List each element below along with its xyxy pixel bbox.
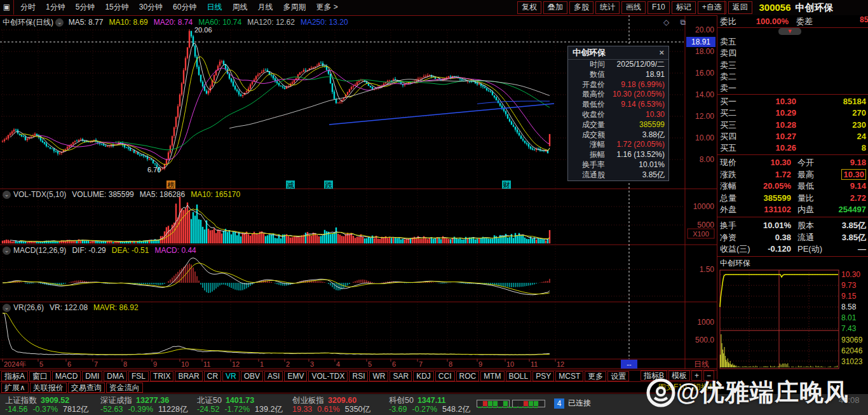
period-5分钟[interactable]: 5分钟 [71, 2, 100, 13]
period-15分钟[interactable]: 15分钟 [100, 2, 133, 13]
divider [717, 27, 868, 28]
svg-text:6.70: 6.70 [147, 166, 161, 173]
weibi-label: 委比 [720, 15, 748, 27]
period-月线[interactable]: 月线 [252, 2, 278, 13]
close-icon[interactable]: × [659, 46, 664, 59]
svg-text:5000: 5000 [697, 221, 714, 229]
tool-画线[interactable]: 画线 [621, 1, 646, 14]
tool-统计[interactable]: 统计 [595, 1, 620, 14]
tool-多股[interactable]: 多股 [569, 1, 593, 14]
svg-text:榜: 榜 [168, 181, 175, 189]
period-30分钟[interactable]: 30分钟 [134, 2, 168, 13]
indicator-tab-CR[interactable]: CR [204, 371, 221, 381]
ask-row[interactable]: 卖四 [717, 48, 868, 59]
svg-text:16.00: 16.00 [695, 69, 714, 78]
svg-text:12: 12 [557, 360, 564, 368]
indicator-tab-BOLL[interactable]: BOLL [506, 371, 532, 381]
bid-row[interactable]: 买二10.29270 [717, 107, 868, 119]
ask-row[interactable]: 卖一 [717, 83, 868, 94]
indicator-tab-指标A[interactable]: 指标A [1, 371, 28, 381]
stock-name: 中创环保 [796, 2, 834, 13]
indicator-tab-VR[interactable]: VR [222, 371, 240, 381]
indicator-tab-TRIX[interactable]: TRIX [150, 371, 173, 381]
bid-row[interactable]: 买一10.3085184 [717, 96, 868, 107]
indicator-tab-CCI[interactable]: CCI [435, 371, 455, 381]
period-更多 >[interactable]: 更多 > [311, 2, 342, 13]
tab-资金流向[interactable]: 资金流向 [106, 383, 143, 393]
bid-row[interactable]: 买五10.268 [717, 142, 868, 154]
indicator-tab-SAR[interactable]: SAR [390, 371, 412, 381]
mini-intraday-chart[interactable]: 10.309.739.158.588.017.43930696204631023 [717, 257, 868, 370]
svg-text:20.06: 20.06 [194, 26, 212, 34]
divider [717, 154, 868, 155]
svg-text:2024年: 2024年 [4, 360, 26, 368]
indicator-tab-OBV[interactable]: OBV [241, 371, 263, 381]
ask-row[interactable]: 卖三 [717, 60, 868, 71]
window-icon[interactable]: ▣ [0, 0, 14, 15]
indicator-tab-BRAR[interactable]: BRAR [175, 371, 202, 381]
svg-text:6: 6 [392, 360, 396, 368]
svg-text:1: 1 [260, 360, 264, 368]
index-创业板指[interactable]: 创业板指3209.6019.330.61%5350亿 [292, 396, 388, 414]
svg-text:8.01: 8.01 [841, 313, 857, 322]
svg-text:跌: 跌 [325, 181, 333, 189]
index-深证成指[interactable]: 深证成指13277.36-52.63-0.39%11228亿 [100, 396, 196, 414]
tool-F10[interactable]: F10 [648, 1, 670, 14]
tool-+自选[interactable]: +自选 [698, 1, 726, 14]
market-dashes [478, 407, 539, 408]
indicator-tab-MCST[interactable]: MCST [555, 371, 583, 381]
indicator-tab-EMV[interactable]: EMV [284, 371, 307, 381]
indicator-tab-DMA[interactable]: DMA [104, 371, 127, 381]
indicator-tab-VOL-TDX[interactable]: VOL-TDX [308, 371, 348, 381]
indicator-tab-DMI[interactable]: DMI [82, 371, 102, 381]
indicator-tab-ROC[interactable]: ROC [456, 371, 480, 381]
svg-text:10000: 10000 [693, 202, 715, 211]
period-日线[interactable]: 日线 [201, 2, 227, 13]
period-多周期[interactable]: 多周期 [278, 2, 311, 13]
tool-叠加[interactable]: 叠加 [543, 1, 567, 14]
indicator-tab-MTM[interactable]: MTM [480, 371, 504, 381]
indicator-tab-设置[interactable]: 设置 [607, 371, 629, 381]
tab-扩展∧[interactable]: 扩展∧ [1, 383, 29, 393]
weicha-label: 委差 [796, 15, 813, 27]
index-科创50[interactable]: 科创501347.11-3.69-0.27%548.2亿 [389, 396, 484, 414]
indicator-tab-PSY[interactable]: PSY [532, 371, 554, 381]
svg-text:8: 8 [449, 360, 452, 368]
sell-queue-chevron-icon[interactable]: ▼ [778, 28, 801, 35]
period-60分钟[interactable]: 60分钟 [168, 2, 201, 13]
bid-row[interactable]: 买三10.28230 [717, 119, 868, 131]
indicator-tab-更多[interactable]: 更多 [585, 371, 606, 381]
tab-关联报价[interactable]: 关联报价 [30, 383, 67, 393]
chart-corner-icons[interactable]: ◇ ⧉ [663, 18, 690, 27]
bid-row[interactable]: 买四10.2724 [717, 131, 868, 142]
index-北证50[interactable]: 北证501401.73-24.52-1.72%139.2亿 [197, 396, 292, 414]
collapse-chevron-icon[interactable]: ⌄ [55, 18, 64, 27]
popup-row: 成交量385599 [568, 120, 668, 130]
svg-text:18.00: 18.00 [695, 47, 714, 56]
index-上证指数[interactable]: 上证指数3909.52-14.56-0.37%7812亿 [5, 396, 100, 414]
ma-value: MA20: 8.74 [154, 18, 193, 27]
ask-row[interactable]: 卖五 [717, 36, 868, 48]
extension-tab-row: 扩展∧关联报价交易查询资金流向 [0, 381, 717, 393]
indicator-tab-WR[interactable]: WR [369, 371, 388, 381]
indicator-tab-KDJ[interactable]: KDJ [413, 371, 434, 381]
panel-value: VR: 122.08 [50, 303, 88, 312]
period-周线[interactable]: 周线 [227, 2, 252, 13]
svg-text:3: 3 [310, 360, 314, 368]
period-分时[interactable]: 分时 [15, 2, 41, 13]
collapse-chevron-icon[interactable]: ⌄ [3, 191, 11, 199]
collapse-chevron-icon[interactable]: ⌄ [3, 304, 11, 312]
ask-row[interactable]: 卖二 [717, 71, 868, 83]
period-1分钟[interactable]: 1分钟 [41, 2, 71, 13]
indicator-tab-RSI[interactable]: RSI [349, 371, 368, 381]
collapse-chevron-icon[interactable]: ⌄ [3, 247, 11, 255]
indicator-tab-MACD[interactable]: MACD [52, 371, 81, 381]
indicator-tab-FSL[interactable]: FSL [128, 371, 149, 381]
tool-复权[interactable]: 复权 [517, 1, 541, 14]
indicator-tab-窗口[interactable]: 窗口 [29, 371, 51, 381]
indicator-tab-ASI[interactable]: ASI [264, 371, 283, 381]
tab-交易查询[interactable]: 交易查询 [68, 383, 105, 393]
tool-标记[interactable]: 标记 [672, 1, 696, 14]
stock-code: 300056 [759, 2, 790, 13]
popup-title-bar[interactable]: 中创环保 × [568, 46, 668, 60]
